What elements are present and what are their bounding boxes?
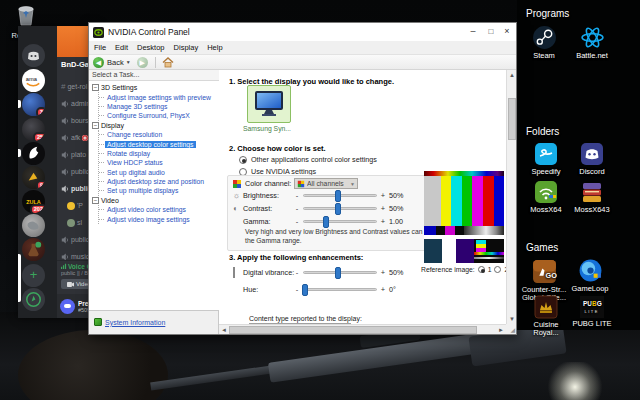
menu-help[interactable]: Help (207, 43, 222, 52)
brightness-row: ☼ Brightness: - + 50% (233, 189, 403, 201)
digital-vibrance-icon (233, 268, 243, 277)
forward-button[interactable]: ▶ (137, 57, 148, 68)
menu-file[interactable]: File (94, 43, 106, 52)
signal-bars-icon (61, 263, 67, 269)
collapse-icon[interactable]: − (92, 122, 99, 129)
desktop-icon-steam[interactable]: Steam (517, 25, 571, 60)
tree-item-view-hdcp[interactable]: View HDCP status (99, 158, 219, 167)
tree-group-video[interactable]: −Video (92, 196, 219, 205)
horizontal-scrollbar[interactable]: ◄ ► (219, 324, 506, 334)
slider-thumb[interactable] (335, 203, 341, 215)
gamma-slider[interactable] (303, 220, 377, 223)
minimize-button[interactable]: – (465, 23, 481, 40)
scroll-left-icon[interactable]: ◄ (221, 325, 227, 335)
desktop-icon-discord-folder[interactable]: Discord (565, 142, 619, 176)
speedify-icon (534, 142, 558, 166)
tree-item-video-color[interactable]: Adjust video color settings (99, 205, 219, 214)
collapse-icon[interactable]: − (92, 84, 99, 91)
user-avatar (67, 202, 75, 210)
discord-server-rail: ama 3 25 9 ZULA202 + (18, 26, 57, 318)
all-channels-icon (298, 180, 304, 186)
vertical-scroll-thumb[interactable] (508, 98, 516, 140)
step2-heading: 2. Choose how color is set. (229, 144, 326, 153)
color-bar (441, 176, 452, 226)
tree-item-video-image[interactable]: Adjust video image settings (99, 214, 219, 223)
nvidia-logo-icon (93, 27, 104, 38)
home-icon[interactable] (162, 57, 174, 68)
tree-group-3d-settings[interactable]: −3D Settings (92, 83, 219, 92)
maximize-button[interactable]: □ (483, 23, 499, 40)
explore-servers-button[interactable] (22, 288, 45, 311)
back-button[interactable]: ◀ (93, 57, 104, 68)
slider-thumb[interactable] (323, 216, 329, 228)
tree-item-change-resolution[interactable]: Change resolution (99, 130, 219, 139)
slider-thumb[interactable] (335, 190, 341, 202)
gamma-note-line1: Very high and very low Brightness and Co… (245, 228, 437, 237)
display-selector-samsung[interactable] (247, 85, 291, 123)
slider-thumb[interactable] (302, 284, 308, 296)
tree-item-manage-3d-settings[interactable]: Manage 3D settings (99, 102, 219, 111)
desktop-icon-mossx643[interactable]: MossX643 (565, 180, 619, 214)
mossx643-icon (580, 180, 604, 204)
reference-radio-2[interactable] (494, 266, 501, 273)
collapse-icon[interactable]: − (92, 197, 99, 204)
server-zula[interactable]: ZULA202 (22, 190, 45, 213)
scroll-right-icon[interactable]: ► (498, 325, 504, 335)
color-channel-select[interactable]: All channels ▼ (294, 178, 358, 189)
server-yellow[interactable]: 9 (22, 166, 45, 189)
brightness-slider[interactable] (303, 194, 377, 197)
titlebar[interactable]: NVIDIA Control Panel – □ × (89, 23, 516, 41)
menu-desktop[interactable]: Desktop (137, 43, 165, 52)
color-bar (472, 176, 483, 226)
toolbar-separator (155, 57, 156, 68)
tree-group-display[interactable]: −Display (92, 121, 219, 130)
desktop-icon-pubg[interactable]: PUBG LITE PUBG LITE (565, 296, 619, 328)
desktop-icon-gameloop[interactable]: GameLoop (563, 258, 617, 293)
tree-item-adjust-image-settings[interactable]: Adjust image settings with preview (99, 92, 219, 101)
reference-image-row: Reference image: 1 2 (421, 266, 506, 273)
discord-folder-icon (580, 142, 604, 166)
digital-vibrance-slider[interactable] (303, 271, 377, 274)
menu-display[interactable]: Display (174, 43, 199, 52)
tree-item-desktop-size[interactable]: Adjust desktop size and position (99, 177, 219, 186)
hue-row: Hue: - + 0° (233, 283, 396, 295)
system-information-link[interactable]: System Information (94, 318, 165, 326)
unread-indicator (18, 100, 21, 108)
menu-edit[interactable]: Edit (115, 43, 128, 52)
server-globe[interactable] (22, 214, 45, 237)
hue-slider[interactable] (303, 288, 377, 291)
radio-other-applications[interactable]: Other applications control color setting… (239, 155, 377, 164)
vertical-scrollbar[interactable]: ▲ ▼ (506, 70, 516, 324)
horizontal-scroll-thumb[interactable] (229, 326, 477, 334)
scroll-up-icon[interactable]: ▲ (509, 70, 515, 80)
chevron-down-icon: ▼ (350, 181, 355, 187)
back-label[interactable]: Back (107, 58, 124, 67)
scroll-down-icon[interactable]: ▼ (509, 314, 515, 324)
reference-test-pattern (424, 171, 504, 263)
tree-item-digital-audio[interactable]: Set up digital audio (99, 168, 219, 177)
contrast-slider[interactable] (303, 207, 377, 210)
tree-item-multiple-displays[interactable]: Set up multiple displays (99, 186, 219, 195)
discord-home-button[interactable] (22, 44, 45, 67)
steam-icon (532, 25, 557, 50)
add-server-button[interactable]: + (22, 264, 45, 287)
close-button[interactable]: × (499, 23, 515, 40)
tree-item-rotate-display[interactable]: Rotate display (99, 149, 219, 158)
menubar: File Edit Desktop Display Help (89, 41, 516, 55)
server-blue[interactable]: 3 (22, 93, 45, 116)
resize-corner[interactable]: ◢ (506, 324, 516, 334)
server-skull[interactable]: 25 (22, 118, 45, 141)
wallpaper-light-glow (545, 362, 605, 400)
server-potion[interactable] (22, 238, 45, 261)
server-team-liquid[interactable] (22, 142, 45, 165)
desktop-icon-battlenet[interactable]: Battle.net (565, 25, 619, 60)
slider-thumb[interactable] (335, 267, 341, 279)
reference-radio-1[interactable] (478, 266, 485, 273)
tree-item-configure-surround[interactable]: Configure Surround, PhysX (99, 111, 219, 120)
hash-icon: # (61, 82, 65, 91)
back-dropdown-caret[interactable]: ▼ (126, 59, 131, 65)
steam-label: Steam (517, 52, 571, 60)
server-amazon[interactable]: ama (22, 69, 45, 92)
svg-text:GO: GO (545, 271, 556, 280)
tree-item-adjust-desktop-color[interactable]: Adjust desktop color settings (99, 139, 219, 148)
